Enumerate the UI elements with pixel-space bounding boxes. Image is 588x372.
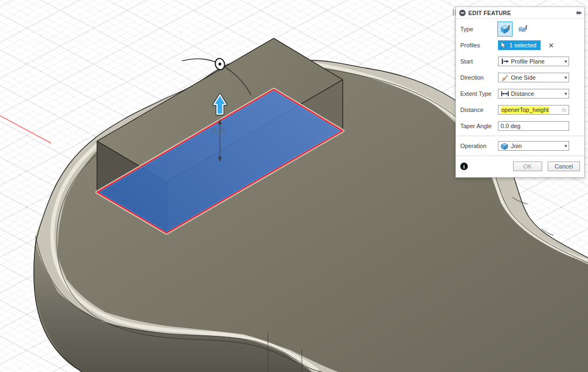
type-solid-extrude-button[interactable] xyxy=(498,22,512,36)
dialog-title: EDIT FEATURE xyxy=(468,10,577,16)
collapse-icon[interactable]: ▶▶ xyxy=(577,10,581,15)
ok-button[interactable]: OK xyxy=(513,162,542,171)
direction-caret-icon: ▾ xyxy=(564,75,567,80)
row-type: Type xyxy=(456,21,584,37)
start-dropdown[interactable]: Profile Plane ▾ xyxy=(498,57,569,66)
operation-label: Operation xyxy=(460,143,498,149)
taper-angle-value: 0.0 deg xyxy=(501,123,521,129)
x-axis-line xyxy=(0,116,51,143)
dialog-footer: i OK Cancel xyxy=(456,158,584,177)
distance-label: Distance xyxy=(460,107,498,113)
edit-feature-dialog: EDIT FEATURE ▶▶ Type xyxy=(455,6,585,178)
row-start: Start Profile Plane ▾ xyxy=(456,53,584,69)
taper-angle-input[interactable]: 0.0 deg xyxy=(498,121,569,131)
info-icon[interactable]: i xyxy=(460,163,468,170)
distance-input[interactable]: openerTop_height fx xyxy=(498,105,569,115)
row-distance: Distance openerTop_height fx xyxy=(456,102,584,118)
start-label: Start xyxy=(460,58,498,65)
extent-type-dropdown[interactable]: Distance ▾ xyxy=(498,89,569,99)
fx-expression-icon: fx xyxy=(562,107,566,113)
extent-type-caret-icon: ▾ xyxy=(564,91,567,96)
cancel-button[interactable]: Cancel xyxy=(548,162,580,171)
profiles-selected-button[interactable]: 1 selected xyxy=(498,40,541,50)
extent-type-label: Extent Type xyxy=(460,90,498,97)
one-side-icon xyxy=(501,74,509,82)
row-profiles: Profiles 1 selected ✕ xyxy=(456,37,584,53)
cursor-icon xyxy=(500,41,507,49)
fusion-window: 0.25 EDIT FEATURE ▶▶ Type xyxy=(0,0,588,372)
profiles-label: Profiles xyxy=(460,42,498,48)
start-caret-icon: ▾ xyxy=(564,59,567,64)
direction-dropdown[interactable]: One Side ▾ xyxy=(498,73,569,82)
thin-extrude-icon xyxy=(517,24,528,34)
join-operation-icon xyxy=(500,142,509,151)
row-extent-type: Extent Type Distance ▾ xyxy=(456,86,584,102)
direction-label: Direction xyxy=(460,74,498,81)
clear-selection-icon[interactable]: ✕ xyxy=(548,42,554,49)
extent-type-value: Distance xyxy=(509,90,564,97)
separator xyxy=(456,136,584,136)
distance-value[interactable]: openerTop_height xyxy=(501,106,549,114)
feature-minus-icon xyxy=(459,10,466,16)
type-label: Type xyxy=(460,26,498,32)
operation-caret-icon: ▾ xyxy=(564,143,567,149)
row-direction: Direction One Side ▾ xyxy=(456,69,584,86)
start-value: Profile Plane xyxy=(509,58,564,65)
operation-dropdown[interactable]: Join ▾ xyxy=(498,141,569,151)
distance-extent-icon xyxy=(501,90,509,97)
direction-value: One Side xyxy=(509,74,564,81)
taper-angle-label: Taper Angle xyxy=(460,123,498,129)
solid-extrude-icon xyxy=(500,24,510,34)
profiles-selected-count: 1 selected xyxy=(509,42,536,48)
dialog-header[interactable]: EDIT FEATURE ▶▶ xyxy=(456,7,584,19)
operation-value: Join xyxy=(509,143,564,149)
dimension-label[interactable]: 0.25 xyxy=(211,126,226,135)
dialog-drag-grip[interactable] xyxy=(453,9,456,17)
row-taper-angle: Taper Angle 0.0 deg xyxy=(456,118,584,134)
profile-plane-icon xyxy=(501,58,509,65)
separator xyxy=(456,156,584,156)
row-operation: Operation Join ▾ xyxy=(456,138,584,154)
type-thin-extrude-button[interactable] xyxy=(516,22,530,36)
